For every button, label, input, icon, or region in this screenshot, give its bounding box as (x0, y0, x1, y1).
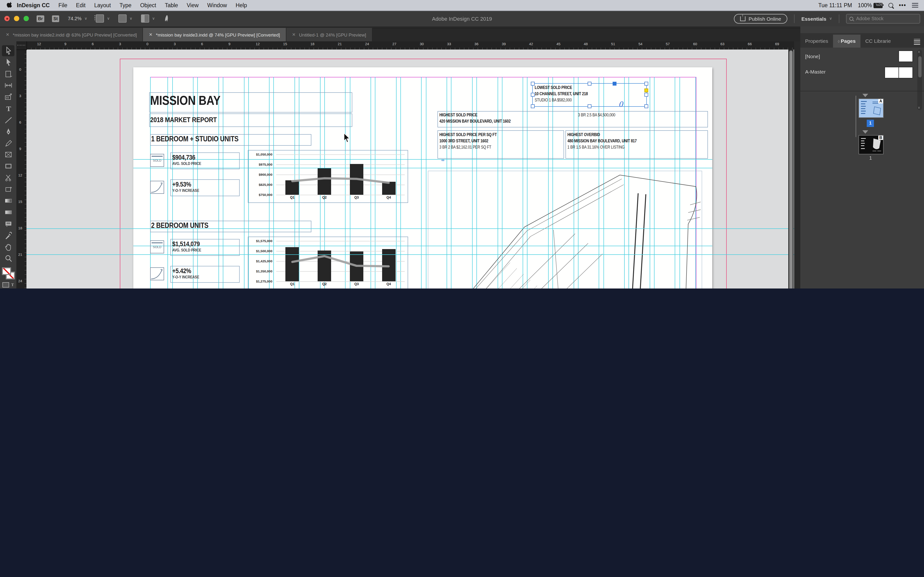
menu-item-view[interactable]: View (183, 2, 203, 8)
arrange-documents-chevron[interactable]: ∨ (152, 16, 155, 21)
fill-stroke-controls[interactable] (2, 268, 15, 280)
formatting-container-icon[interactable] (3, 282, 10, 287)
rectangle-frame-tool[interactable] (2, 149, 15, 160)
master-none[interactable]: [None] (805, 53, 820, 59)
battery-status[interactable]: 100%\u26a1 (858, 2, 883, 8)
page-thumbnail-spread-2[interactable]: B (859, 135, 884, 154)
column-guide[interactable] (371, 77, 371, 288)
column-guide[interactable] (345, 77, 346, 288)
horizontal-guide[interactable] (26, 255, 794, 255)
stock-button[interactable]: St (52, 15, 59, 22)
master-a-thumbnail-left[interactable] (885, 67, 899, 78)
canvas-vertical-scrollbar[interactable] (788, 50, 793, 288)
zoom-level-value[interactable]: 74.2% (68, 16, 82, 21)
row-guide[interactable] (133, 159, 712, 160)
menu-clock[interactable]: Tue 11:11 PM (818, 2, 852, 8)
column-guide[interactable] (320, 77, 320, 288)
selection-tool[interactable] (2, 45, 15, 56)
bridge-button[interactable]: Br (37, 15, 44, 22)
control-center-icon[interactable]: ••• (899, 2, 906, 8)
zoom-level-chevron[interactable]: ∨ (84, 16, 87, 21)
type-tool[interactable]: T (2, 103, 15, 114)
apple-menu-icon[interactable] (7, 2, 13, 9)
gradient-feather-tool[interactable] (2, 207, 15, 218)
horizontal-guide[interactable] (26, 228, 794, 229)
selection-handle[interactable] (645, 82, 648, 85)
quarterly-chart[interactable]: $1,050,000$975,000$900,000$825,000$750,0… (248, 150, 408, 203)
view-options-chevron[interactable]: ∨ (107, 16, 110, 21)
workspace-chevron[interactable]: ∨ (829, 16, 832, 21)
spread-arrow-icon[interactable] (863, 94, 868, 97)
free-transform-tool[interactable] (2, 184, 15, 195)
column-guide[interactable] (421, 77, 422, 288)
column-guide[interactable] (197, 77, 198, 288)
selection-handle[interactable] (531, 93, 535, 97)
column-guide[interactable] (350, 77, 350, 288)
master-a-thumbnail-right[interactable] (898, 67, 913, 78)
tab-mission-bay-inside3[interactable]: ✕*mission bay inside3.indd @ 74% [GPU Pr… (143, 28, 286, 41)
column-guide[interactable] (269, 77, 270, 288)
window-zoom-button[interactable] (24, 16, 29, 21)
content-collector-tool[interactable] (2, 91, 15, 102)
pasteboard[interactable]: MISSION BAY 2018 MARKET REPORT 1 BEDROOM… (26, 50, 794, 288)
selection-handle[interactable] (531, 104, 535, 108)
column-guide[interactable] (274, 77, 274, 288)
spread-arrow-icon[interactable] (863, 130, 868, 134)
fill-swatch[interactable] (2, 268, 11, 275)
pen-tool[interactable] (2, 126, 15, 137)
vertical-ruler[interactable]: 03691215182124273033363942454851 (16, 50, 26, 288)
tab-close-icon[interactable]: ✕ (149, 32, 153, 37)
tab-mission-bay-inside2[interactable]: ✕*mission bay inside2.indd @ 63% [GPU Pr… (0, 28, 143, 41)
publish-online-button[interactable]: Publish Online (734, 14, 787, 23)
eyedropper-tool[interactable] (2, 230, 15, 241)
note-tool[interactable] (2, 218, 15, 229)
column-guide[interactable] (248, 77, 249, 288)
column-guide[interactable] (299, 77, 299, 288)
column-guide[interactable] (244, 77, 244, 288)
page-thumbnail-spread-1[interactable]: A (859, 98, 884, 118)
panel-menu-icon[interactable] (914, 39, 920, 45)
page-tool[interactable] (2, 68, 15, 79)
masters-scrollbar[interactable]: ∧∨ (917, 50, 922, 110)
line-tool[interactable] (2, 114, 15, 126)
zoom-tool[interactable] (2, 253, 15, 264)
tab-properties[interactable]: Properties (800, 35, 833, 48)
row-guide[interactable] (133, 168, 712, 168)
spotlight-icon[interactable] (888, 3, 893, 8)
menu-item-file[interactable]: File (54, 2, 72, 8)
selection-handle[interactable] (645, 104, 648, 108)
ruler-origin-corner[interactable] (16, 41, 27, 50)
page-number-badge[interactable]: 1 (867, 120, 874, 127)
master-none-thumbnail[interactable] (898, 50, 913, 62)
gradient-swatch-tool[interactable] (2, 195, 15, 206)
menu-item-edit[interactable]: Edit (72, 2, 90, 8)
adobe-stock-search[interactable]: Adobe Stock (846, 14, 920, 23)
window-minimize-button[interactable] (14, 16, 19, 21)
anchored-frame-handle[interactable] (613, 82, 617, 85)
document-page[interactable]: MISSION BAY 2018 MARKET REPORT 1 BEDROOM… (133, 67, 712, 288)
tab-untitled-1[interactable]: ✕Untitled-1 @ 24% [GPU Preview] (286, 28, 373, 41)
column-guide[interactable] (218, 77, 219, 288)
column-guide[interactable] (401, 77, 401, 288)
selection-handle[interactable] (531, 82, 535, 85)
tab-cc-libraries[interactable]: CC Librarie (861, 35, 896, 48)
gpu-performance-icon[interactable] (163, 15, 170, 22)
hand-tool[interactable] (2, 242, 15, 253)
master-a[interactable]: A-Master (805, 69, 825, 74)
tab-pages[interactable]: ◊ Pages (833, 35, 861, 48)
tab-close-icon[interactable]: ✕ (6, 32, 10, 37)
column-guide[interactable] (168, 77, 168, 288)
window-close-button[interactable] (4, 16, 10, 21)
quarterly-chart[interactable]: $1,575,000$1,500,000$1,425,000$1,350,000… (248, 237, 408, 288)
corner-options-handle[interactable] (645, 89, 648, 92)
formatting-text-icon[interactable]: T (11, 283, 14, 287)
menu-item-help[interactable]: Help (231, 2, 251, 8)
column-guide[interactable] (426, 77, 426, 288)
view-options-icon[interactable] (96, 15, 104, 23)
scissors-tool[interactable] (2, 172, 15, 183)
menu-app-name[interactable]: InDesign CC (13, 2, 54, 8)
tab-close-icon[interactable]: ✕ (292, 32, 296, 37)
gap-tool[interactable] (2, 80, 15, 91)
selection-handle[interactable] (588, 82, 591, 85)
column-guide[interactable] (294, 77, 295, 288)
